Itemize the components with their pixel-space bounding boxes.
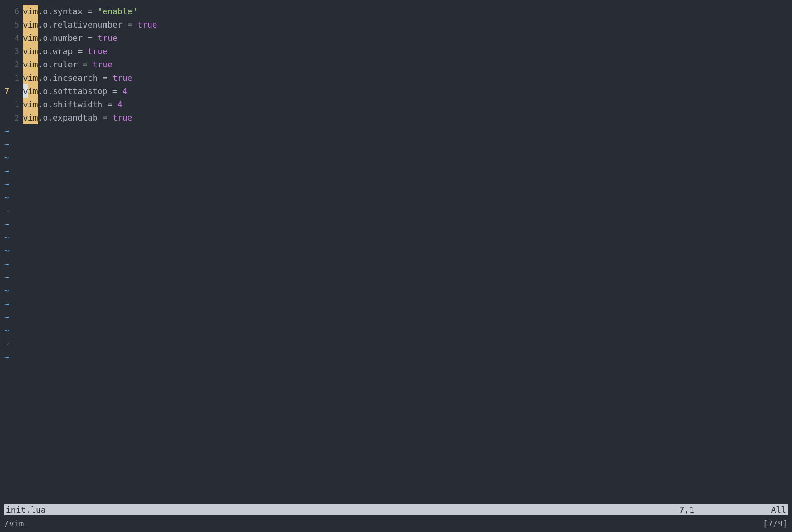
status-line: init.lua 7,1 All [4, 504, 788, 515]
operator-token: = [83, 31, 98, 44]
empty-line-tilde: ~ [0, 284, 792, 297]
code-line[interactable]: 6vim.o.syntax = "enable" [0, 5, 792, 18]
search-count: [7/9] [763, 517, 788, 530]
search-highlight: vim [23, 98, 38, 111]
code-content[interactable]: vim.o.number = true [23, 31, 117, 44]
empty-line-tilde: ~ [0, 350, 792, 364]
line-number: 6 [0, 5, 23, 18]
status-filename: init.lua [6, 503, 679, 516]
operator-token: = [73, 44, 88, 58]
empty-line-tilde: ~ [0, 337, 792, 350]
line-number: 7 [0, 84, 23, 98]
command-line[interactable]: /vim [7/9] [4, 518, 788, 529]
line-number: 4 [0, 31, 23, 44]
line-number: 1 [0, 71, 23, 84]
status-scroll: All [771, 503, 786, 516]
field-token: .o.softtabstop [38, 84, 108, 98]
empty-line-tilde: ~ [0, 217, 792, 231]
code-line[interactable]: 7 vim.o.softtabstop = 4 [0, 84, 792, 98]
value-token: true [88, 44, 107, 58]
editor-area[interactable]: 6vim.o.syntax = "enable"5vim.o.relativen… [0, 0, 792, 364]
field-token: .o.expandtab [38, 111, 98, 124]
search-highlight: vim [23, 44, 38, 58]
search-highlight: vim [23, 31, 38, 44]
search-query: /vim [4, 517, 763, 530]
code-content[interactable]: vim.o.ruler = true [23, 58, 112, 71]
field-token: .o.syntax [38, 5, 83, 18]
line-number: 5 [0, 18, 23, 31]
code-content[interactable]: vim.o.syntax = "enable" [23, 5, 137, 18]
code-line[interactable]: 1vim.o.incsearch = true [0, 71, 792, 84]
value-token: true [137, 18, 157, 31]
empty-line-tilde: ~ [0, 151, 792, 164]
operator-token: = [83, 5, 98, 18]
field-token: .o.number [38, 31, 83, 44]
value-token: 4 [123, 84, 128, 98]
value-token: true [93, 58, 112, 71]
line-number: 3 [0, 44, 23, 58]
empty-line-tilde: ~ [0, 324, 792, 337]
code-content[interactable]: vim.o.expandtab = true [23, 111, 132, 124]
line-number: 2 [0, 58, 23, 71]
empty-line-tilde: ~ [0, 310, 792, 324]
search-highlight: vim [23, 18, 38, 31]
value-token: "enable" [98, 5, 138, 18]
code-content[interactable]: vim.o.relativenumber = true [23, 18, 157, 31]
value-token: 4 [117, 98, 123, 111]
empty-line-tilde: ~ [0, 257, 792, 271]
code-line[interactable]: 4vim.o.number = true [0, 31, 792, 44]
line-number: 2 [0, 111, 23, 124]
empty-line-tilde: ~ [0, 297, 792, 310]
field-token: .o.relativenumber [38, 18, 123, 31]
empty-line-tilde: ~ [0, 164, 792, 177]
value-token: true [112, 71, 132, 84]
search-highlight: vim [23, 111, 38, 124]
empty-line-tilde: ~ [0, 244, 792, 257]
empty-line-tilde: ~ [0, 191, 792, 204]
search-highlight: im [28, 84, 38, 98]
operator-token: = [123, 18, 138, 31]
code-content[interactable]: vim.o.incsearch = true [23, 71, 132, 84]
code-content[interactable]: vim.o.wrap = true [23, 44, 107, 58]
operator-token: = [98, 111, 113, 124]
code-line[interactable]: 2vim.o.ruler = true [0, 58, 792, 71]
empty-line-tilde: ~ [0, 204, 792, 217]
search-highlight: vim [23, 58, 38, 71]
code-line[interactable]: 2vim.o.expandtab = true [0, 111, 792, 124]
code-line[interactable]: 5vim.o.relativenumber = true [0, 18, 792, 31]
empty-line-tilde: ~ [0, 231, 792, 244]
operator-token: = [102, 98, 117, 111]
cursor: v [23, 84, 28, 98]
operator-token: = [107, 84, 123, 98]
code-line[interactable]: 3vim.o.wrap = true [0, 44, 792, 58]
field-token: .o.wrap [38, 44, 73, 58]
empty-line-tilde: ~ [0, 271, 792, 284]
empty-line-tilde: ~ [0, 124, 792, 138]
field-token: .o.incsearch [38, 71, 98, 84]
code-content[interactable]: vim.o.shiftwidth = 4 [23, 98, 123, 111]
search-highlight: vim [23, 71, 38, 84]
field-token: .o.shiftwidth [38, 98, 103, 111]
code-line[interactable]: 1vim.o.shiftwidth = 4 [0, 98, 792, 111]
value-token: true [112, 111, 132, 124]
status-ruler: 7,1 [679, 503, 771, 516]
empty-line-tilde: ~ [0, 138, 792, 151]
value-token: true [98, 31, 117, 44]
code-content[interactable]: vim.o.softtabstop = 4 [23, 84, 128, 98]
search-highlight: vim [23, 5, 38, 18]
operator-token: = [78, 58, 93, 71]
field-token: .o.ruler [38, 58, 78, 71]
line-number: 1 [0, 98, 23, 111]
empty-line-tilde: ~ [0, 177, 792, 191]
operator-token: = [98, 71, 113, 84]
